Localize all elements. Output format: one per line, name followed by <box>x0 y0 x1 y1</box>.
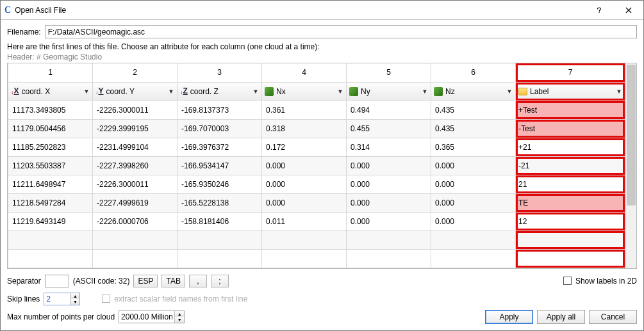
cell: 11203.5503387 <box>8 156 93 175</box>
cell: +Test <box>516 101 625 119</box>
cancel-button[interactable]: Cancel <box>589 310 637 324</box>
cell: +21 <box>516 138 625 156</box>
cell: 0.000 <box>347 193 431 212</box>
sep-semicolon-button[interactable]: ; <box>211 275 229 287</box>
axis-icon: ↓Z <box>180 86 188 96</box>
question-icon <box>596 7 602 13</box>
cell: -Test <box>516 119 625 138</box>
extract-sf-checkbox <box>102 295 110 303</box>
col-attr-label: Nz <box>445 87 504 96</box>
cell: -2227.4999619 <box>93 193 178 212</box>
help-button[interactable] <box>584 1 614 20</box>
cell: 0.361 <box>262 101 347 119</box>
cell: -169.8137373 <box>178 101 262 119</box>
cell: 11219.6493149 <box>8 212 93 230</box>
col-attr-label: Label <box>530 87 613 96</box>
scrollbar[interactable] <box>625 63 636 268</box>
cell: 12 <box>516 212 625 230</box>
cell: -2226.3000011 <box>93 101 178 119</box>
chevron-down-icon: ▼ <box>83 88 90 95</box>
cell: -21 <box>516 156 625 175</box>
cell: -2227.3998260 <box>93 156 178 175</box>
cell: -2226.0000706 <box>93 212 178 230</box>
app-icon: C <box>4 5 11 15</box>
sep-comma-button[interactable]: , <box>189 275 207 287</box>
cell: -165.9350246 <box>178 175 262 193</box>
col-attr-selector-5[interactable]: Ny▼ <box>347 83 431 100</box>
show-labels-checkbox[interactable] <box>563 277 572 285</box>
chevron-down-icon: ▼ <box>506 88 513 95</box>
cell: 11218.5497284 <box>8 193 93 212</box>
table-row: 11211.6498947-2226.3000011-165.93502460.… <box>8 175 625 193</box>
max-points-label: Max number of points per cloud <box>7 312 115 321</box>
col-attr-selector-4[interactable]: Nx▼ <box>262 83 346 100</box>
cell: 0.000 <box>262 193 347 212</box>
show-labels-label: Show labels in 2D <box>575 277 637 286</box>
cell <box>8 230 93 249</box>
col-attr-label: coord. Y <box>106 87 165 96</box>
cell <box>178 249 262 268</box>
col-number-5: 5 <box>347 63 431 82</box>
chevron-down-icon: ▼ <box>616 88 622 95</box>
table-row <box>8 230 625 249</box>
close-button[interactable] <box>614 1 643 20</box>
cell: -169.3976372 <box>178 138 262 156</box>
close-icon <box>625 7 632 13</box>
max-up-button[interactable]: ▲ <box>175 311 184 317</box>
table-row: 11185.2502823-2231.4999104-169.39763720.… <box>8 138 625 156</box>
col-attr-selector-7[interactable]: Label▼ <box>516 83 625 100</box>
col-attr-label: Nx <box>276 87 334 96</box>
cell: 11179.0504456 <box>8 119 93 138</box>
sep-tab-button[interactable]: TAB <box>161 275 185 287</box>
chevron-down-icon: ▼ <box>168 88 174 95</box>
cell: -158.8181406 <box>178 212 262 230</box>
skip-down-button[interactable]: ▼ <box>70 299 79 305</box>
cell: -2226.3000011 <box>93 175 178 193</box>
separator-input[interactable] <box>45 275 69 287</box>
col-number-2: 2 <box>93 63 178 82</box>
col-attr-label: coord. X <box>22 87 81 96</box>
apply-all-button[interactable]: Apply all <box>537 310 585 324</box>
col-attr-selector-3[interactable]: ↓Zcoord. Z▼ <box>178 83 261 100</box>
chevron-down-icon: ▼ <box>252 88 259 95</box>
cell: 11173.3493805 <box>8 101 93 119</box>
chevron-down-icon: ▼ <box>337 88 343 95</box>
table-row: 11219.6493149-2226.0000706-158.81814060.… <box>8 212 625 230</box>
titlebar: C Open Ascii File <box>1 1 643 20</box>
cell: -165.5228138 <box>178 193 262 212</box>
label-icon <box>518 88 527 95</box>
filename-label: Filename: <box>7 28 41 36</box>
col-attr-selector-2[interactable]: ↓Ycoord. Y▼ <box>93 83 177 100</box>
col-number-4: 4 <box>262 63 347 82</box>
axis-icon: ↓Y <box>95 86 104 96</box>
max-down-button[interactable]: ▼ <box>175 317 184 323</box>
normal-icon <box>434 87 443 96</box>
filename-input[interactable] <box>45 25 637 38</box>
skip-lines-input[interactable] <box>44 293 70 305</box>
col-attr-label: Ny <box>361 87 419 96</box>
col-number-6: 6 <box>431 63 516 82</box>
cell: 11185.2502823 <box>8 138 93 156</box>
cell: -2231.4999104 <box>93 138 178 156</box>
axis-icon: ↓X <box>11 86 19 96</box>
normal-icon <box>349 87 358 96</box>
preview-table: 1234567 ↓Xcoord. X▼↓Ycoord. Y▼↓Zcoord. Z… <box>8 63 625 268</box>
cell: 0.000 <box>431 175 516 193</box>
cell <box>347 230 431 249</box>
col-attr-label: coord. Z <box>190 87 250 96</box>
max-points-input[interactable] <box>119 311 174 323</box>
col-attr-selector-6[interactable]: Nz▼ <box>431 83 515 100</box>
cell <box>93 249 178 268</box>
apply-button[interactable]: Apply <box>485 310 533 324</box>
cell: 11211.6498947 <box>8 175 93 193</box>
col-attr-selector-1[interactable]: ↓Xcoord. X▼ <box>8 83 92 100</box>
skip-up-button[interactable]: ▲ <box>70 293 79 299</box>
cell <box>93 230 178 249</box>
sep-esp-button[interactable]: ESP <box>133 275 158 287</box>
col-number-7: 7 <box>516 63 625 82</box>
cell: 0.435 <box>431 101 516 119</box>
window-title: Open Ascii File <box>15 6 584 15</box>
cell: 0.000 <box>431 193 516 212</box>
cell: 0.000 <box>347 175 431 193</box>
cell <box>516 230 625 249</box>
